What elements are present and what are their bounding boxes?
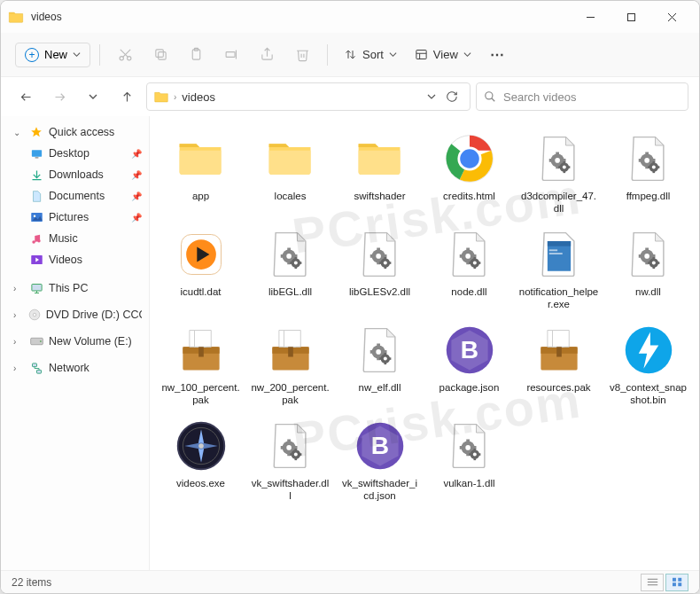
window-title: videos: [31, 11, 570, 23]
pin-icon: 📌: [131, 170, 142, 180]
file-item[interactable]: package.json: [425, 318, 513, 410]
back-button[interactable]: [12, 82, 40, 111]
refresh-button[interactable]: [441, 86, 463, 107]
more-button[interactable]: ⋯: [482, 39, 514, 71]
chevron-right-icon: ›: [13, 363, 24, 373]
file-name: d3dcompiler_47.dll: [519, 191, 599, 215]
json-icon: [352, 418, 408, 474]
view-icons-button[interactable]: [665, 574, 688, 591]
file-name: vk_swiftshader.dll: [251, 478, 331, 503]
pictures-icon: [29, 210, 43, 224]
file-item[interactable]: ffmpeg.dll: [604, 127, 692, 219]
svg-rect-52: [678, 582, 681, 586]
recent-button[interactable]: [79, 82, 107, 111]
dll-icon: [262, 418, 319, 474]
delete-button: [286, 39, 318, 71]
rename-button: [215, 39, 247, 71]
svg-rect-44: [32, 363, 36, 366]
chevron-down-icon: ⌄: [13, 128, 24, 137]
file-item[interactable]: libGLESv2.dll: [336, 223, 424, 315]
json-icon: [441, 322, 498, 379]
file-item[interactable]: credits.html: [425, 127, 513, 219]
sidebar-item-desktop[interactable]: Desktop📌: [1, 143, 149, 164]
network-icon: [29, 361, 43, 375]
item-count: 22 items: [12, 576, 51, 589]
file-item[interactable]: nw.dll: [604, 223, 692, 315]
file-item[interactable]: swiftshader: [336, 127, 424, 219]
sidebar-item-label: Desktop: [49, 147, 89, 160]
sidebar-item-videos[interactable]: Videos: [1, 249, 149, 270]
sidebar-item-music[interactable]: Music: [1, 228, 149, 249]
file-item[interactable]: libEGL.dll: [246, 223, 334, 315]
new-button[interactable]: + New: [15, 43, 90, 67]
sidebar-item-pictures[interactable]: Pictures📌: [1, 207, 149, 228]
forward-button: [45, 82, 74, 111]
search-icon: [484, 90, 496, 103]
chevron-right-icon: ›: [13, 284, 24, 293]
file-item[interactable]: nw_200_percent.pak: [246, 318, 334, 410]
pin-icon: 📌: [131, 149, 142, 159]
breadcrumb-item[interactable]: videos: [182, 90, 215, 104]
file-name: node.dll: [451, 286, 486, 311]
chevron-down-icon[interactable]: [427, 92, 436, 101]
dll-icon: [441, 418, 498, 474]
file-item[interactable]: notification_helper.exe: [515, 223, 603, 315]
search-box[interactable]: Search videos: [476, 82, 688, 111]
file-item[interactable]: vk_swiftshader.dll: [246, 414, 334, 506]
folder-icon: [8, 11, 24, 23]
documents-icon: [29, 189, 43, 203]
file-item[interactable]: vk_swiftshader_icd.json: [336, 414, 424, 506]
sidebar-quick-access[interactable]: ⌄ Quick access: [1, 121, 149, 143]
view-details-button[interactable]: [641, 574, 664, 591]
pak-icon: [262, 322, 319, 379]
drive-icon: [29, 334, 43, 348]
file-item[interactable]: videos.exe: [157, 414, 245, 506]
file-item[interactable]: resources.pak: [515, 318, 603, 410]
music-icon: [29, 231, 43, 246]
file-item[interactable]: locales: [246, 127, 334, 219]
sidebar-item-label: Videos: [49, 254, 82, 266]
svg-rect-8: [158, 52, 166, 59]
file-item[interactable]: v8_context_snapshot.bin: [604, 318, 692, 410]
file-name: locales: [275, 191, 307, 215]
dll-icon: [441, 226, 498, 283]
file-name: credits.html: [443, 191, 495, 215]
chevron-down-icon: [463, 51, 471, 59]
file-item[interactable]: nw_elf.dll: [336, 318, 424, 410]
address-bar[interactable]: › videos: [146, 82, 471, 111]
up-button[interactable]: [113, 82, 141, 111]
minimize-button[interactable]: [570, 1, 611, 33]
file-name: nw_100_percent.pak: [161, 382, 241, 407]
pak-icon: [173, 322, 229, 379]
file-item[interactable]: d3dcompiler_47.dll: [515, 127, 603, 219]
new-label: New: [44, 48, 67, 61]
file-item[interactable]: node.dll: [425, 223, 513, 315]
maximize-button[interactable]: [611, 1, 651, 33]
sidebar-item-downloads[interactable]: Downloads📌: [1, 164, 149, 185]
file-item[interactable]: app: [157, 127, 245, 219]
sidebar-item-label: Documents: [49, 190, 105, 202]
plus-icon: +: [25, 48, 39, 62]
titlebar: videos: [1, 1, 699, 33]
sidebar-new-volume[interactable]: › New Volume (E:): [1, 331, 149, 352]
file-name: libEGL.dll: [268, 286, 312, 311]
share-button: [251, 39, 283, 71]
svg-marker-25: [31, 127, 42, 137]
sidebar-item-documents[interactable]: Documents📌: [1, 185, 149, 207]
sidebar-dvd-drive[interactable]: › DVD Drive (D:) CCCC: [1, 304, 149, 325]
file-pane[interactable]: PCrisk.com PCrisk.com applocalesswiftsha…: [150, 116, 699, 570]
file-item[interactable]: vulkan-1.dll: [425, 414, 513, 506]
sidebar-network[interactable]: › Network: [1, 357, 149, 379]
file-item[interactable]: icudtl.dat: [157, 223, 245, 315]
videos-icon: [29, 253, 43, 267]
svg-line-24: [492, 98, 495, 102]
close-button[interactable]: [651, 1, 692, 33]
notif-icon: [531, 226, 587, 283]
file-item[interactable]: nw_100_percent.pak: [157, 318, 245, 410]
dll-icon: [620, 226, 677, 283]
file-name: icudtl.dat: [180, 286, 221, 311]
sort-button[interactable]: Sort: [337, 43, 404, 66]
view-button[interactable]: View: [408, 43, 478, 66]
sidebar-this-pc[interactable]: › This PC: [1, 277, 149, 299]
file-name: nw_elf.dll: [359, 382, 401, 407]
